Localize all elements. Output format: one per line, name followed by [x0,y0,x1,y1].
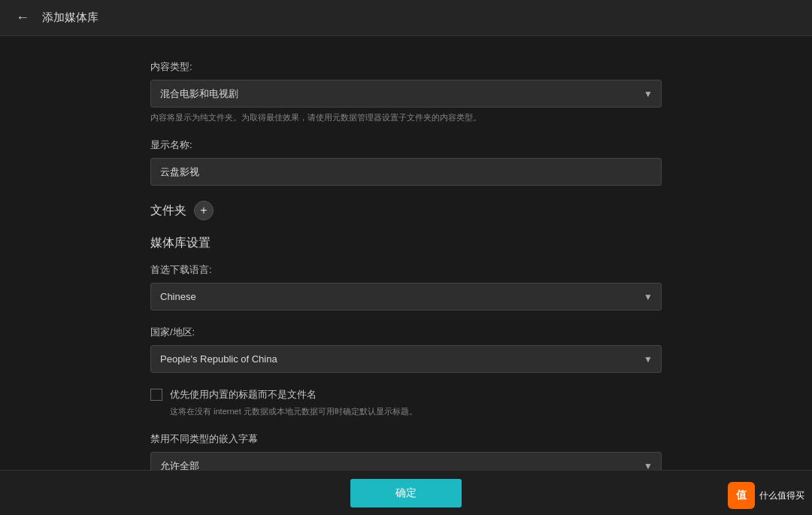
download-lang-select-wrapper: Chinese English Japanese Korean ▼ [150,283,662,311]
display-name-input[interactable] [150,158,662,186]
watermark-icon: 值 [728,482,755,509]
page-title: 添加媒体库 [42,11,98,25]
content-type-label: 内容类型: [150,60,662,74]
subtitle-select[interactable]: 允许全部 禁用全部 仅禁用强制字幕 [150,452,662,470]
prefer-title-field: 优先使用内置的标题而不是文件名 这将在没有 internet 元数据或本地元数据… [150,388,662,417]
bottom-bar: 确定 [0,470,812,515]
folder-title: 文件夹 [150,203,186,219]
prefer-title-hint: 这将在没有 internet 元数据或本地元数据可用时确定默认显示标题。 [170,406,662,417]
prefer-title-label: 优先使用内置的标题而不是文件名 [170,388,317,401]
display-name-field: 显示名称: [150,138,662,186]
subtitle-select-wrapper: 允许全部 禁用全部 仅禁用强制字幕 ▼ [150,452,662,470]
content-type-field: 内容类型: 混合电影和电视剧 电影 电视剧 音乐 ▼ 内容将显示为纯文件夹。为取… [150,60,662,123]
library-settings-section: 媒体库设置 首选下载语言: Chinese English Japanese K… [150,235,662,470]
region-select-wrapper: People's Republic of China United States… [150,345,662,373]
prefer-title-checkbox-row: 优先使用内置的标题而不是文件名 [150,388,662,401]
watermark: 值 什么值得买 [728,482,804,509]
library-settings-title: 媒体库设置 [150,235,662,251]
folder-header: 文件夹 + [150,201,662,220]
download-lang-label: 首选下载语言: [150,263,662,277]
folder-section: 文件夹 + [150,201,662,220]
region-label: 国家/地区: [150,326,662,339]
download-lang-field: 首选下载语言: Chinese English Japanese Korean … [150,263,662,311]
content-type-hint: 内容将显示为纯文件夹。为取得最佳效果，请使用元数据管理器设置子文件夹的内容类型。 [150,112,662,123]
prefer-title-checkbox[interactable] [150,389,162,401]
top-bar: ← 添加媒体库 [0,0,812,36]
confirm-button[interactable]: 确定 [350,479,462,507]
region-select[interactable]: People's Republic of China United States… [150,345,662,373]
back-button[interactable]: ← [12,8,33,29]
watermark-text: 什么值得买 [759,489,804,502]
download-lang-select[interactable]: Chinese English Japanese Korean [150,283,662,311]
back-icon: ← [16,10,29,26]
content-type-select-wrapper: 混合电影和电视剧 电影 电视剧 音乐 ▼ [150,80,662,108]
main-content: 内容类型: 混合电影和电视剧 电影 电视剧 音乐 ▼ 内容将显示为纯文件夹。为取… [0,36,812,470]
add-folder-button[interactable]: + [194,201,214,220]
content-type-select[interactable]: 混合电影和电视剧 电影 电视剧 音乐 [150,80,662,108]
region-field: 国家/地区: People's Republic of China United… [150,326,662,373]
display-name-label: 显示名称: [150,138,662,152]
subtitle-block-label: 禁用不同类型的嵌入字幕 [150,432,662,446]
subtitle-field: 禁用不同类型的嵌入字幕 允许全部 禁用全部 仅禁用强制字幕 ▼ 禁用媒体容器中封… [150,432,662,470]
